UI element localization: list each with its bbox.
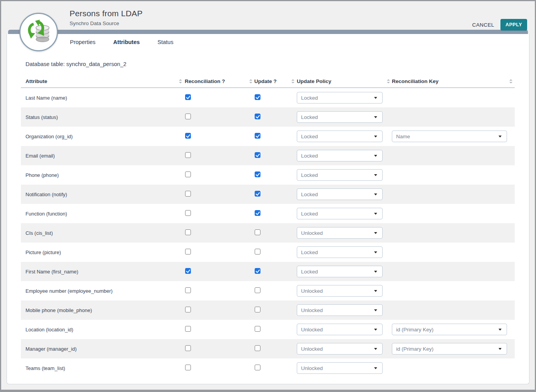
table-row: Notification (notify) Locked: [21, 185, 515, 204]
update-checkbox[interactable]: [255, 345, 260, 351]
reconciliation-key-select[interactable]: Name: [392, 131, 507, 142]
tab-bar: Properties Attributes Status: [7, 34, 529, 49]
reconciliation-checkbox[interactable]: [185, 152, 191, 158]
column-header-reconciliation[interactable]: Reconciliation ?: [185, 78, 247, 84]
reconciliation-key-select[interactable]: id (Primary Key): [392, 324, 507, 335]
table-row: Status (status) Locked: [21, 107, 515, 127]
update-checkbox[interactable]: [255, 326, 260, 332]
reconciliation-checkbox[interactable]: [185, 114, 191, 119]
update-policy-select[interactable]: Locked: [297, 150, 383, 161]
caret-down-icon: [374, 116, 377, 118]
tab-properties[interactable]: Properties: [70, 39, 95, 45]
attribute-label: CIs (cis_list): [21, 230, 176, 236]
tab-status[interactable]: Status: [158, 39, 174, 45]
page-title: Persons from LDAP: [70, 9, 143, 18]
attribute-label: Employee number (employee_number): [21, 288, 176, 294]
header-actions: CANCEL APPLY: [472, 19, 527, 31]
update-checkbox[interactable]: [255, 287, 260, 293]
synchro-data-source-icon: [19, 13, 58, 51]
update-checkbox[interactable]: [255, 210, 260, 216]
update-policy-value: Locked: [301, 95, 318, 101]
attributes-tab-content: Database table: synchro_data_person_2 At…: [7, 61, 529, 378]
reconciliation-checkbox[interactable]: [185, 365, 191, 370]
update-policy-value: Locked: [301, 192, 318, 197]
update-checkbox[interactable]: [255, 171, 260, 177]
update-policy-value: Unlocked: [301, 307, 323, 313]
update-policy-select[interactable]: Locked: [297, 266, 383, 277]
cancel-button[interactable]: CANCEL: [472, 22, 494, 28]
update-policy-select[interactable]: Unlocked: [297, 304, 383, 316]
column-header-update-policy[interactable]: Update Policy: [297, 78, 385, 84]
column-header-reconciliation-key[interactable]: Reconciliation Key: [392, 78, 507, 84]
reconciliation-checkbox[interactable]: [185, 171, 191, 177]
update-policy-value: Unlocked: [301, 288, 323, 294]
update-policy-select[interactable]: Locked: [297, 169, 383, 181]
update-policy-select[interactable]: Unlocked: [297, 343, 383, 355]
reconciliation-checkbox[interactable]: [185, 287, 191, 293]
sort-icon[interactable]: [289, 79, 297, 83]
tab-attributes[interactable]: Attributes: [113, 39, 140, 45]
update-policy-value: Unlocked: [301, 230, 323, 236]
update-policy-select[interactable]: Locked: [297, 246, 383, 258]
sort-icon[interactable]: [247, 79, 254, 83]
update-checkbox[interactable]: [255, 229, 260, 235]
update-checkbox[interactable]: [255, 191, 260, 197]
update-policy-select[interactable]: Locked: [297, 208, 383, 219]
table-row: Last Name (name) Locked: [21, 88, 515, 107]
sort-icon[interactable]: [507, 79, 515, 83]
sort-icon[interactable]: [385, 79, 392, 83]
update-checkbox[interactable]: [255, 133, 260, 139]
update-checkbox[interactable]: [255, 307, 260, 312]
update-checkbox[interactable]: [255, 94, 260, 100]
column-header-update[interactable]: Update ?: [254, 78, 289, 84]
table-row: CIs (cis_list) Unlocked: [21, 223, 515, 243]
reconciliation-checkbox[interactable]: [185, 345, 191, 351]
reconciliation-key-select[interactable]: id (Primary Key): [392, 343, 507, 355]
column-header-attribute[interactable]: Attribute: [21, 78, 176, 84]
update-policy-value: Locked: [301, 114, 318, 120]
reconciliation-checkbox[interactable]: [185, 133, 191, 139]
reconciliation-checkbox[interactable]: [185, 210, 191, 216]
caret-down-icon: [374, 271, 377, 273]
update-policy-value: Locked: [301, 211, 318, 217]
update-checkbox[interactable]: [255, 365, 260, 370]
update-policy-select[interactable]: Unlocked: [297, 324, 383, 335]
apply-button[interactable]: APPLY: [500, 19, 527, 31]
update-policy-select[interactable]: Locked: [297, 188, 383, 200]
reconciliation-checkbox[interactable]: [185, 94, 191, 100]
update-policy-select[interactable]: Locked: [297, 131, 383, 142]
update-checkbox[interactable]: [255, 249, 260, 255]
reconciliation-checkbox[interactable]: [185, 326, 191, 332]
update-policy-select[interactable]: Locked: [297, 92, 383, 104]
update-checkbox[interactable]: [255, 152, 260, 158]
sort-icon[interactable]: [176, 79, 185, 83]
reconciliation-checkbox[interactable]: [185, 268, 191, 274]
attribute-label: Status (status): [21, 114, 176, 120]
caret-down-icon: [374, 367, 377, 369]
update-policy-select[interactable]: Unlocked: [297, 227, 383, 239]
update-policy-select[interactable]: Unlocked: [297, 285, 383, 297]
synchro-data-source-window: Persons from LDAP Synchro Data Source CA…: [0, 0, 536, 392]
caret-down-icon: [499, 348, 502, 350]
update-policy-value: Locked: [301, 153, 318, 159]
update-checkbox[interactable]: [255, 114, 260, 119]
attribute-label: Last Name (name): [21, 95, 176, 101]
update-policy-select[interactable]: Unlocked: [297, 362, 383, 374]
update-checkbox[interactable]: [255, 268, 260, 274]
caret-down-icon: [374, 251, 377, 253]
table-row: Mobile phone (mobile_phone) Unlocked: [21, 300, 515, 320]
page-header: Persons from LDAP Synchro Data Source CA…: [1, 1, 535, 30]
reconciliation-checkbox[interactable]: [185, 307, 191, 312]
reconciliation-checkbox[interactable]: [185, 229, 191, 235]
attribute-label: Organization (org_id): [21, 134, 176, 139]
attribute-label: Mobile phone (mobile_phone): [21, 307, 176, 313]
reconciliation-checkbox[interactable]: [185, 191, 191, 197]
update-policy-value: Unlocked: [301, 365, 323, 371]
update-policy-select[interactable]: Locked: [297, 111, 383, 123]
caret-down-icon: [499, 329, 502, 331]
table-row: Teams (team_list) Unlocked: [21, 358, 515, 378]
table-header-row: Attribute Reconciliation ? Update ? Upda…: [21, 75, 515, 88]
caret-down-icon: [374, 329, 377, 331]
attribute-label: Function (function): [21, 211, 176, 217]
reconciliation-checkbox[interactable]: [185, 249, 191, 255]
